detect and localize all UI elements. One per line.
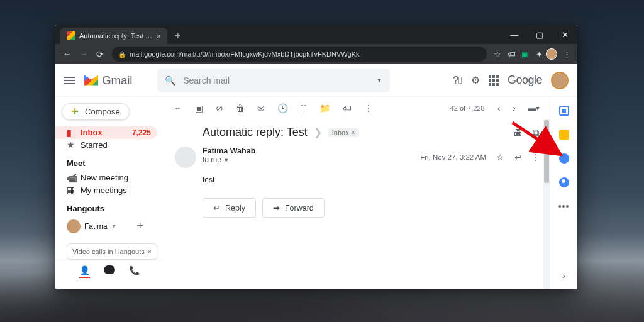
gmail-logo[interactable]: Gmail [84,74,132,87]
back-button[interactable]: ← [59,49,75,59]
message-more-icon[interactable]: ⋮ [532,153,540,162]
settings-gear-icon[interactable]: ⚙ [471,74,480,86]
meet-heading: Meet [55,151,164,172]
hangouts-heading: Hangouts [55,196,164,217]
reload-button[interactable]: ⟳ [92,49,108,59]
google-wordmark: Google [508,74,542,87]
report-spam-icon[interactable]: ⊘ [216,103,223,113]
labels-icon[interactable]: 🏷 [343,103,352,113]
show-details-icon[interactable]: ▼ [223,157,229,164]
recipient-line: to me [203,155,221,164]
plus-icon: + [71,104,79,119]
back-to-inbox-icon[interactable]: ← [174,103,182,113]
close-window-button[interactable]: ✕ [552,25,577,44]
search-options-icon[interactable]: ▼ [376,77,382,84]
window-controls: — ▢ ✕ [502,25,577,44]
gmail-favicon [67,31,75,40]
address-bar: ← → ⟳ 🔒 mail.google.com/mail/u/0/#inbox/… [55,44,577,64]
inbox-icon: ▮ [67,128,80,138]
tab-title: Automatic reply: Test - fatima@a [79,32,152,40]
message-body: test [164,168,550,194]
sender-row: Fatima Wahab to me ▼ Fri, Nov 27, 3:22 A… [164,143,550,168]
reply-button[interactable]: ↩ Reply [203,198,256,218]
minimize-button[interactable]: — [502,25,527,44]
hangouts-phone-icon[interactable]: 📞 [129,265,140,278]
inbox-count: 7,225 [132,128,151,137]
support-icon[interactable]: ?⃝ [453,75,462,86]
star-icon: ★ [67,140,80,150]
search-placeholder: Search mail [183,75,230,86]
browser-tab[interactable]: Automatic reply: Test - fatima@a × [60,28,167,44]
remove-label-icon[interactable]: × [352,129,355,136]
hangouts-contacts-icon[interactable]: 👤 [79,265,90,278]
print-icon[interactable]: 🖶 [513,127,523,138]
extension-green-icon[interactable]: ▣ [518,50,532,59]
new-hangout-button[interactable]: + [136,219,143,233]
hangouts-user[interactable]: Fatima ▼ + [55,217,164,236]
move-to-icon[interactable]: 📁 [319,103,330,113]
google-apps-icon[interactable] [489,75,499,86]
snooze-icon[interactable]: 🕓 [277,103,288,113]
more-actions-icon[interactable]: ⋮ [364,103,373,113]
forward-button[interactable]: → [75,49,92,59]
mail-toolbar: ← ▣ ⊘ 🗑 ✉ 🕓 ✓⃝ 📁 🏷 ⋮ 42 of 7,228 ‹ › ▬▾ [164,97,550,119]
extensions-icon[interactable]: ✦ [532,50,546,59]
sidebar-label: My meetings [80,186,127,195]
add-to-tasks-icon[interactable]: ✓⃝ [301,103,307,113]
url-text: mail.google.com/mail/u/0/#inbox/FMfcgxwK… [130,50,360,58]
chevron-down-icon: ▼ [111,223,117,230]
compose-button[interactable]: + Compose [62,103,130,120]
maximize-button[interactable]: ▢ [527,25,552,44]
main-menu-button[interactable] [64,77,75,84]
get-addons-icon[interactable]: ••• [558,201,570,211]
hangouts-avatar [67,219,80,233]
gmail-wordmark: Gmail [102,74,132,87]
vertical-scrollbar[interactable] [543,119,550,289]
forward-arrow-icon: ➡ [273,203,280,213]
gmail-header: Gmail 🔍 Search mail ▼ ?⃝ ⚙ Google [55,64,577,97]
sidebar-item-starred[interactable]: ★ Starred [55,139,157,151]
calendar-addon-icon[interactable] [559,106,569,116]
mail-date: Fri, Nov 27, 3:22 AM [420,153,486,161]
titlebar: Automatic reply: Test - fatima@a × + — ▢… [55,25,577,44]
contacts-addon-icon[interactable] [559,177,569,187]
sidebar-item-inbox[interactable]: ▮ Inbox 7,225 [55,126,157,138]
search-icon: 🔍 [165,75,175,86]
sidebar-item-my-meetings[interactable]: ▦ My meetings [55,184,157,196]
input-tools-icon[interactable]: ▬▾ [528,104,540,113]
browser-window: Automatic reply: Test - fatima@a × + — ▢… [55,25,577,289]
chrome-menu-icon[interactable]: ⋮ [560,50,574,59]
hide-side-panel-icon[interactable]: › [562,271,565,280]
keep-addon-icon[interactable] [559,130,569,140]
compose-label: Compose [85,107,120,116]
tasks-addon-icon[interactable] [559,153,569,164]
video-calls-card[interactable]: Video calls in Hangouts × [67,243,157,260]
mark-unread-icon[interactable]: ✉ [257,103,265,113]
open-new-window-icon[interactable]: ⧉ [533,127,540,138]
new-tab-button[interactable]: + [175,30,180,42]
lock-icon: 🔒 [118,51,126,58]
sender-avatar [175,147,196,168]
sidebar-item-new-meeting[interactable]: 📹 New meeting [55,172,157,184]
archive-icon[interactable]: ▣ [195,103,203,113]
older-icon[interactable]: › [513,103,516,113]
star-message-icon[interactable]: ☆ [496,152,504,162]
close-tab-icon[interactable]: × [156,31,161,41]
subject-row: Automatic reply: Test ❯ Inbox × 🖶 ⧉ [164,119,550,143]
hangouts-chat-icon[interactable] [104,265,115,274]
url-field[interactable]: 🔒 mail.google.com/mail/u/0/#inbox/FMfcgx… [112,47,487,62]
extension-whitetag-icon[interactable]: 🏷 [504,50,518,59]
forward-button[interactable]: ➡ Forward [262,198,325,218]
profile-avatar-small[interactable] [546,48,560,60]
important-marker-icon[interactable]: ❯ [314,126,322,138]
video-calls-card-text: Video calls in Hangouts [72,248,145,255]
delete-icon[interactable]: 🗑 [236,103,245,113]
gmail-m-icon [84,75,98,86]
newer-icon[interactable]: ‹ [497,103,501,113]
account-avatar[interactable] [551,72,569,89]
label-chip-inbox[interactable]: Inbox × [328,128,359,137]
dismiss-card-icon[interactable]: × [148,248,152,255]
search-mail-input[interactable]: 🔍 Search mail ▼ [157,69,390,92]
reply-icon[interactable]: ↩ [514,152,522,162]
star-page-icon[interactable]: ☆ [491,50,504,59]
